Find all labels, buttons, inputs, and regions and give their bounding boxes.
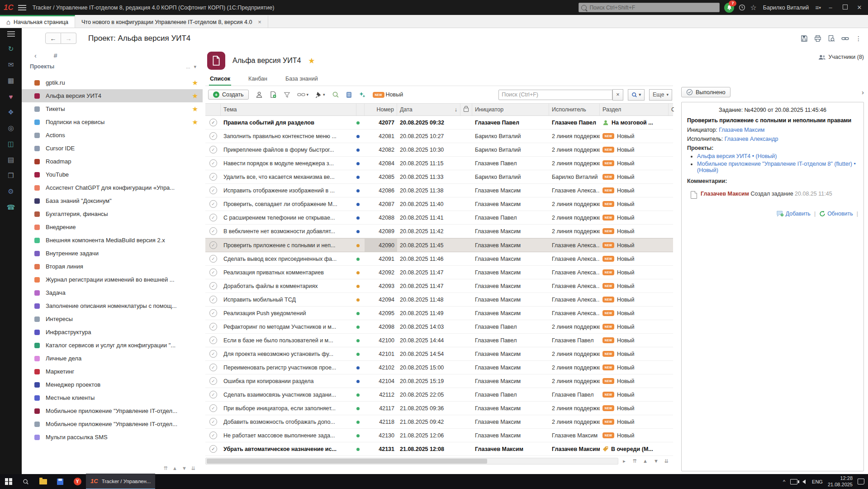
task-row[interactable]: ✓Прикрепление файлов в форму быстрог...4… bbox=[205, 143, 673, 157]
favorite-star-icon[interactable]: ★ bbox=[192, 105, 198, 113]
add-document-icon[interactable] bbox=[270, 91, 277, 98]
sections-menu-icon[interactable] bbox=[7, 31, 15, 37]
task-row[interactable]: ✓Правила событий для разделов4207720.08.… bbox=[205, 116, 673, 129]
row-check-icon[interactable]: ✓ bbox=[205, 187, 221, 194]
sync-icon[interactable]: ↻ bbox=[6, 44, 16, 54]
col-lock[interactable] bbox=[460, 104, 472, 115]
sidebar-item-project[interactable]: Бухгалтерия, финансы bbox=[22, 207, 203, 221]
row-check-icon[interactable]: ✓ bbox=[205, 350, 221, 358]
row-check-icon[interactable]: ✓ bbox=[205, 445, 221, 453]
restore-button[interactable] bbox=[840, 4, 850, 11]
sidebar-item-project[interactable]: Личные дела bbox=[22, 352, 203, 365]
done-button[interactable]: Выполнено bbox=[681, 87, 730, 97]
row-check-icon[interactable]: ✓ bbox=[205, 282, 221, 290]
sidebar-item-project[interactable]: Тикеты★ bbox=[22, 102, 203, 115]
task-row[interactable]: ✓В вебклиенте нет возможности добавлят..… bbox=[205, 225, 673, 238]
pin-icon[interactable]: ▾ bbox=[315, 91, 325, 98]
search-highlight-icon[interactable] bbox=[332, 91, 339, 98]
row-check-icon[interactable]: ✓ bbox=[205, 309, 221, 317]
close-button[interactable]: ✕ bbox=[854, 4, 864, 11]
print-icon[interactable] bbox=[814, 35, 821, 42]
notification-center-icon[interactable] bbox=[858, 479, 864, 484]
row-check-icon[interactable]: ✓ bbox=[205, 404, 221, 412]
row-check-icon[interactable]: ✓ bbox=[205, 268, 221, 276]
row-check-icon[interactable]: ✓ bbox=[205, 200, 221, 208]
task-row[interactable]: ✓Проверить приложение с полными и неп...… bbox=[205, 238, 673, 252]
notifications-button[interactable]: 7 bbox=[724, 3, 734, 13]
task-row[interactable]: ✓Доработать файлы в комментариях4209320.… bbox=[205, 279, 673, 293]
table-pager-icon[interactable]: ▲ bbox=[642, 458, 649, 464]
task-row[interactable]: ✓Ошибка при копировании раздела4210420.0… bbox=[205, 374, 673, 388]
row-check-icon[interactable]: ✓ bbox=[205, 391, 221, 398]
task-row[interactable]: ✓Переименовать регистр участников прое..… bbox=[205, 361, 673, 374]
members-button[interactable]: Участники (8) bbox=[681, 52, 864, 62]
task-row[interactable]: ✓Сделать вывод всех присоединенных фа...… bbox=[205, 252, 673, 266]
preview-icon[interactable] bbox=[828, 35, 835, 42]
sidebar-item-project[interactable]: Roadmap bbox=[22, 155, 203, 168]
taskbar-search-button[interactable] bbox=[17, 474, 34, 489]
box-icon[interactable]: ◫ bbox=[6, 139, 16, 149]
project-star-icon[interactable]: ★ bbox=[308, 56, 315, 66]
initiator-link[interactable]: Глазачев Максим bbox=[719, 127, 764, 133]
list-settings-icon[interactable] bbox=[346, 91, 352, 98]
sidebar-item-project[interactable]: Мобильное приложение "Управление IT-отде… bbox=[22, 417, 203, 431]
calendar-icon[interactable]: ▤ bbox=[6, 155, 16, 165]
task-row[interactable]: ✓Реализация Push уведомлений4209520.08.2… bbox=[205, 307, 673, 320]
sidebar-pager-icon[interactable]: ▲ bbox=[172, 465, 177, 471]
sidebar-item-project[interactable]: Ассистент ChatGPT для конфигурации «Упра… bbox=[22, 181, 203, 194]
task-row[interactable]: ✓Если в базе не было пользователей и м..… bbox=[205, 334, 673, 347]
scroll-right-icon[interactable]: ▸ bbox=[622, 458, 626, 464]
task-row[interactable]: ✓При выборе инициатора, если заполняет..… bbox=[205, 402, 673, 415]
task-row[interactable]: ✓Удалить все, что касается механизма ве.… bbox=[205, 170, 673, 184]
row-check-icon[interactable]: ✓ bbox=[205, 255, 221, 263]
create-button[interactable]: + Создать bbox=[208, 90, 249, 100]
task-row[interactable]: ✓Навести порядок в модуле менеджера з...… bbox=[205, 157, 673, 170]
sidebar-pager-icon[interactable]: ⇈ bbox=[164, 465, 168, 471]
view-tab-Список[interactable]: Список bbox=[209, 72, 231, 86]
row-check-icon[interactable]: ✓ bbox=[205, 132, 221, 140]
table-pager-icon[interactable]: ▼ bbox=[653, 458, 659, 464]
mail-icon[interactable]: ✉ bbox=[6, 60, 16, 70]
sidebar-item-project[interactable]: Маркетинг bbox=[22, 365, 203, 378]
global-search[interactable] bbox=[579, 3, 720, 12]
row-check-icon[interactable]: ✓ bbox=[205, 336, 221, 344]
table-header[interactable]: Тема Номер Дата↓ Инициатор Исполнитель Р… bbox=[205, 104, 673, 116]
favorite-star-icon[interactable]: ★ bbox=[192, 118, 198, 126]
ai-assistant-icon[interactable] bbox=[359, 91, 366, 98]
printer-icon[interactable]: ▦ bbox=[6, 76, 16, 86]
task-row[interactable]: ✓Не работает массовое выполнение зада...… bbox=[205, 429, 673, 442]
global-search-input[interactable] bbox=[588, 4, 717, 11]
executor-link[interactable]: Глазачев Александр bbox=[725, 136, 778, 142]
link-icon[interactable] bbox=[841, 35, 849, 42]
comment-item[interactable]: Глазачев Максим Создал задание 20.08.25 … bbox=[691, 191, 858, 199]
task-row[interactable]: ✓Заполнить правильно контекстное меню ..… bbox=[205, 129, 673, 143]
col-initiator[interactable]: Инициатор bbox=[472, 104, 549, 115]
settings-icon[interactable]: ⚙ bbox=[6, 187, 16, 197]
horizontal-scrollbar[interactable] bbox=[205, 458, 618, 465]
view-tab-База знаний[interactable]: База знаний bbox=[285, 72, 319, 86]
table-pager-icon[interactable]: ⇊ bbox=[664, 458, 669, 464]
clear-search-button[interactable]: × bbox=[612, 89, 623, 101]
collapse-panel-icon[interactable]: › bbox=[862, 88, 864, 96]
row-check-icon[interactable]: ✓ bbox=[205, 296, 221, 303]
task-row[interactable]: ✓Для проекта невозможно установить фу...… bbox=[205, 347, 673, 361]
tab-whats-new[interactable]: Что нового в конфигурации Управление IT-… bbox=[75, 15, 268, 28]
active-app-button[interactable]: 1С Tracker / Управлен... bbox=[86, 474, 155, 489]
sidebar-item-project[interactable]: Альфа версия УИТ4★ bbox=[22, 89, 203, 102]
language-indicator[interactable]: ENG bbox=[812, 479, 823, 484]
col-date[interactable]: Дата↓ bbox=[397, 104, 460, 115]
display-tray-icon[interactable] bbox=[790, 479, 797, 484]
service-menu-icon[interactable]: ≡▾ bbox=[815, 4, 821, 11]
history-icon[interactable] bbox=[739, 4, 745, 11]
sidebar-item-project[interactable]: Вторая линия bbox=[22, 260, 203, 273]
task-row[interactable]: ✓Рефакторинг по методам Участников и м..… bbox=[205, 320, 673, 334]
row-check-icon[interactable]: ✓ bbox=[205, 431, 221, 439]
save-icon[interactable] bbox=[801, 35, 808, 42]
task-row[interactable]: ✓Проверить, совпадает ли отображение М..… bbox=[205, 197, 673, 211]
start-button[interactable] bbox=[0, 474, 17, 489]
task-row[interactable]: ✓Сделать взаимосвязь участников задани..… bbox=[205, 388, 673, 402]
row-check-icon[interactable]: ✓ bbox=[205, 418, 221, 426]
sidebar-item-project[interactable]: YouTube bbox=[22, 168, 203, 181]
sidebar-item-project[interactable]: Внешняя компонента MediaBuild версия 2.x bbox=[22, 234, 203, 247]
back-button[interactable]: ← bbox=[45, 33, 61, 44]
